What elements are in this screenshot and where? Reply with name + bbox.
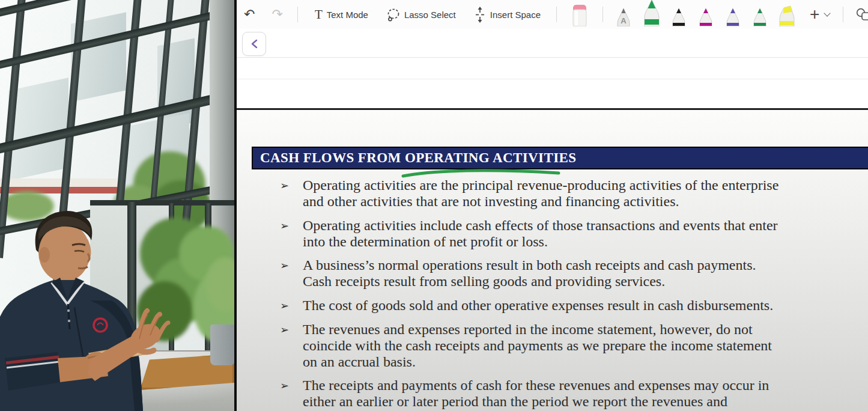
yellow-highlighter-tool[interactable] [777,5,797,29]
bullet-line: Operating activities include cash effect… [303,218,778,234]
bullet-line: and other activities that are not invest… [303,193,778,210]
ruled-line [237,79,868,79]
bullet-line: The cost of goods sold and other operati… [303,297,773,314]
bullet-line: on an accrual basis. [303,354,772,370]
notes-app-window: ↶ ↷ T Text Mode Lasso Select [234,0,868,411]
sub-toolbar [237,29,868,58]
bullet-line: coincide with the cash receipts and paym… [303,338,772,354]
insert-space-icon [474,7,486,23]
undo-button[interactable]: ↶ [244,8,255,21]
slide-canvas[interactable]: CASH FLOWS FROM OPERATING ACTIVITIES ➢ O… [237,110,868,411]
back-button[interactable] [242,32,266,56]
redo-button[interactable]: ↷ [272,8,282,21]
black-pen-tool[interactable] [670,8,687,29]
toolbar-separator [602,7,603,22]
annotation-toolbar: ↶ ↷ T Text Mode Lasso Select [237,0,868,29]
bullet-item: ➢ The receipts and payments of cash for … [280,377,769,410]
toolbar-separator [556,7,557,22]
webcam-video [0,0,234,411]
toolbar-separator [843,7,843,22]
bullet-item: ➢ The cost of goods sold and other opera… [280,297,773,314]
eraser-tool[interactable] [570,2,589,29]
bullet-line: A business’s normal operations result in… [303,257,756,273]
redo-icon: ↷ [272,8,282,21]
lasso-icon [386,8,400,22]
insert-space-button[interactable]: Insert Space [474,7,541,23]
bullet-item: ➢ Operating activities are the principal… [280,177,778,210]
bullet-item: ➢ The revenues and expenses reported in … [280,321,772,370]
plus-icon: + [810,6,819,23]
bullet-arrow-icon: ➢ [280,177,303,210]
bullet-line: Operating activities are the principal r… [303,177,778,193]
bullet-line: Cash receipts result from selling goods … [303,273,756,290]
screen: ↶ ↷ T Text Mode Lasso Select [0,0,868,411]
bullet-line: into the determination of net profit or … [303,234,778,250]
lasso-select-button[interactable]: Lasso Select [386,8,456,22]
bullet-line: The revenues and expenses reported in th… [303,321,772,338]
bullet-arrow-icon: ➢ [280,257,303,290]
undo-icon: ↶ [244,8,255,21]
add-pen-button[interactable]: + [810,6,830,23]
chevron-down-icon [824,10,831,16]
bullet-line: either an earlier or later period than t… [303,394,769,410]
shapes-icon [855,8,868,21]
purple-pen-tool[interactable] [724,8,741,29]
bullet-arrow-icon: ➢ [280,321,303,370]
bullet-line: The receipts and payments of cash for th… [303,377,769,394]
text-mode-label: Text Mode [327,10,368,20]
bullet-item: ➢ A business’s normal operations result … [280,257,756,290]
lasso-select-label: Lasso Select [404,10,456,20]
insert-space-label: Insert Space [490,10,541,20]
slide-title: CASH FLOWS FROM OPERATING ACTIVITIES [260,150,576,166]
bullet-arrow-icon: ➢ [280,377,303,410]
green-pen-tool[interactable] [751,8,768,29]
text-mode-icon: T [315,7,323,22]
toolbar-separator [297,7,298,22]
bullet-arrow-icon: ➢ [280,218,303,250]
svg-text:A: A [621,16,627,25]
chevron-left-icon [250,39,258,49]
text-mode-button[interactable]: T Text Mode [315,7,368,22]
instructor [0,0,234,411]
magenta-pen-tool[interactable] [697,8,714,29]
bullet-item: ➢ Operating activities include cash effe… [280,218,778,250]
bullet-arrow-icon: ➢ [280,297,303,314]
text-pen-tool[interactable]: A [615,8,632,29]
shapes-button[interactable] [855,8,868,21]
slide-title-bar: CASH FLOWS FROM OPERATING ACTIVITIES [252,147,868,169]
green-marker-tool-selected[interactable] [642,0,662,29]
